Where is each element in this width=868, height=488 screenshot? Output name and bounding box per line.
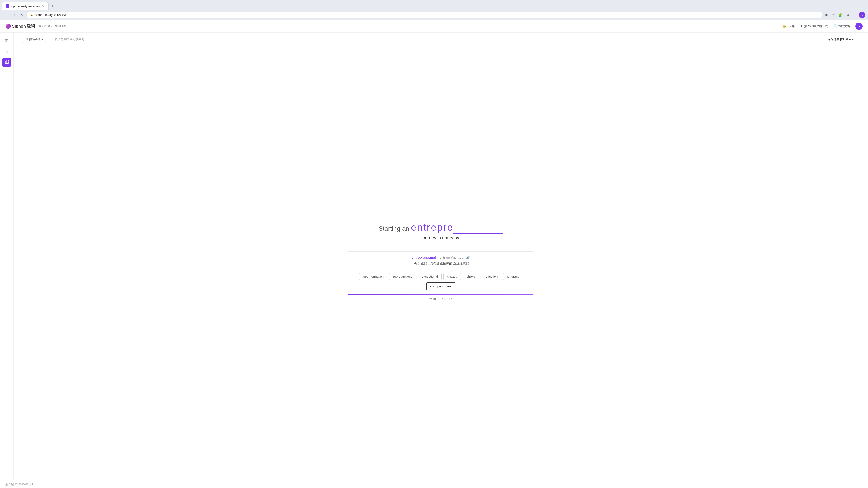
- sidebar: ⊞ 🖥 🖼: [0, 33, 13, 479]
- word-chip[interactable]: entrepreneurial: [426, 282, 456, 290]
- lock-icon: 🔒: [30, 13, 33, 17]
- sound-icon[interactable]: 🔊: [466, 256, 470, 259]
- translate-button[interactable]: ⊞: [824, 12, 829, 18]
- url-bar[interactable]: 🔒 siphon.ink/type-review: [26, 11, 822, 18]
- tab-bar: siphon.ink/type-review ✕ +: [0, 0, 868, 10]
- word-prompt-line: Starting an entrepre________: [379, 222, 503, 234]
- logo-icon: 🟣: [5, 24, 11, 29]
- settings-label: 拼写设置: [29, 37, 41, 41]
- toolbar: ⚙ 拼写设置 ▾ 下载浏览器插件记录生词 保存进度 [Ctrl+Enter]: [13, 33, 868, 46]
- nav-user-avatar[interactable]: IV: [855, 23, 863, 30]
- word-chip[interactable]: snazzy: [443, 273, 461, 281]
- pro-button[interactable]: 👑 Pro版: [782, 24, 795, 28]
- forward-button[interactable]: →: [11, 12, 17, 18]
- new-tab-button[interactable]: +: [50, 2, 56, 10]
- logo-text: Siphon 吸词: [12, 24, 35, 29]
- help-button[interactable]: 📄 帮助文档: [833, 24, 850, 28]
- menu-button[interactable]: ☰: [852, 12, 857, 18]
- settings-icon: ⚙: [26, 38, 28, 41]
- word-chip[interactable]: ignorant: [503, 273, 522, 281]
- logo-subtitle: 每天5分钟，一年1000词: [39, 24, 66, 28]
- help-icon: 📄: [833, 24, 837, 28]
- bookmark-button[interactable]: ☆: [831, 12, 836, 18]
- crown-icon: 👑: [782, 24, 786, 28]
- main-layout: ⊞ 🖥 🖼 ⚙ 拼写设置 ▾ 下载浏览器插件记录生词 保存进度 [Ctrl+En…: [0, 33, 868, 479]
- app: 🟣 Siphon 吸词 每天5分钟，一年1000词 👑 Pro版 ⬇ 插件和客户…: [0, 20, 868, 488]
- nav-actions: 👑 Pro版 ⬇ 插件和客户端下载 📄 帮助文档 IV: [782, 23, 863, 30]
- url-text: siphon.ink/type-review: [35, 13, 66, 17]
- pro-label: Pro版: [787, 24, 795, 28]
- blank-part: ________: [454, 222, 503, 234]
- typed-part: entrepre: [411, 222, 454, 233]
- word-phonetic: /ɒntrəprəˈnɜːrɪəl/: [438, 256, 463, 259]
- tab-close-button[interactable]: ✕: [42, 4, 45, 8]
- tab-favicon: [6, 4, 9, 8]
- word-display: Starting an entrepre________ journey is …: [379, 222, 503, 240]
- word-definition-line: entrepreneurial /ɒntrəprəˈnɜːrɪəl/ 🔊: [411, 255, 470, 260]
- user-avatar[interactable]: IV: [859, 12, 865, 18]
- browser-actions: ⊞ ☆ 🧩 ⬇ ☰ IV: [824, 12, 865, 18]
- prompt-prefix: Starting an: [379, 225, 409, 232]
- progress-bar: [348, 294, 533, 295]
- progress-text: words 117 of 117: [348, 297, 533, 300]
- word-meaning: adj.创业的，具有企业精神的,企业性质的: [411, 261, 470, 265]
- reload-button[interactable]: ↻: [19, 12, 25, 18]
- main-content: Starting an entrepre________ journey is …: [339, 46, 542, 479]
- icp-text: 浙ICP备2024065656号-1: [5, 483, 33, 486]
- active-tab[interactable]: siphon.ink/type-review ✕: [2, 2, 49, 10]
- progress-container: words 117 of 117: [348, 294, 533, 300]
- browser-chrome: siphon.ink/type-review ✕ + ← → ↻ 🔒 sipho…: [0, 0, 868, 20]
- plugin-icon: ⬇: [800, 24, 803, 28]
- word-definition: entrepreneurial /ɒntrəprəˈnɜːrɪəl/ 🔊 adj…: [411, 255, 470, 265]
- logo: 🟣 Siphon 吸词 每天5分钟，一年1000词: [5, 24, 66, 29]
- spelling-settings-button[interactable]: ⚙ 拼写设置 ▾: [23, 36, 46, 43]
- word-chip[interactable]: reduction: [481, 273, 502, 281]
- chevron-down-icon: ▾: [42, 38, 43, 41]
- back-button[interactable]: ←: [3, 12, 9, 18]
- help-label: 帮助文档: [838, 24, 850, 28]
- save-button[interactable]: 保存进度 [Ctrl+Enter]: [824, 35, 859, 43]
- download-link[interactable]: 下载浏览器插件记录生词: [52, 37, 84, 41]
- sidebar-item-monitor[interactable]: 🖥: [2, 47, 11, 56]
- word-chip[interactable]: choke: [463, 273, 479, 281]
- word-term: entrepreneurial: [411, 256, 436, 259]
- plugin-button[interactable]: ⬇ 插件和客户端下载: [800, 24, 828, 28]
- extension-button[interactable]: 🧩: [837, 12, 844, 18]
- progress-fill: [348, 294, 533, 295]
- word-chips: misinformationreproductionsexceptionalsn…: [348, 273, 533, 290]
- footer: 浙ICP备2024065656号-1: [0, 479, 868, 488]
- download-button[interactable]: ⬇: [846, 12, 850, 18]
- sidebar-item-grid[interactable]: ⊞: [2, 36, 11, 45]
- word-chip[interactable]: reproductions: [389, 273, 416, 281]
- plugin-label: 插件和客户端下载: [804, 24, 828, 28]
- word-chip[interactable]: exceptional: [418, 273, 442, 281]
- tab-title: siphon.ink/type-review: [11, 4, 40, 8]
- top-nav: 🟣 Siphon 吸词 每天5分钟，一年1000词 👑 Pro版 ⬇ 插件和客户…: [0, 20, 868, 33]
- content-area: ⚙ 拼写设置 ▾ 下载浏览器插件记录生词 保存进度 [Ctrl+Enter] S…: [13, 33, 868, 479]
- word-context: journey is not easy.: [379, 235, 503, 240]
- sidebar-item-image[interactable]: 🖼: [2, 58, 11, 67]
- word-chip[interactable]: misinformation: [359, 273, 388, 281]
- address-bar: ← → ↻ 🔒 siphon.ink/type-review ⊞ ☆ 🧩 ⬇ ☰…: [0, 10, 868, 20]
